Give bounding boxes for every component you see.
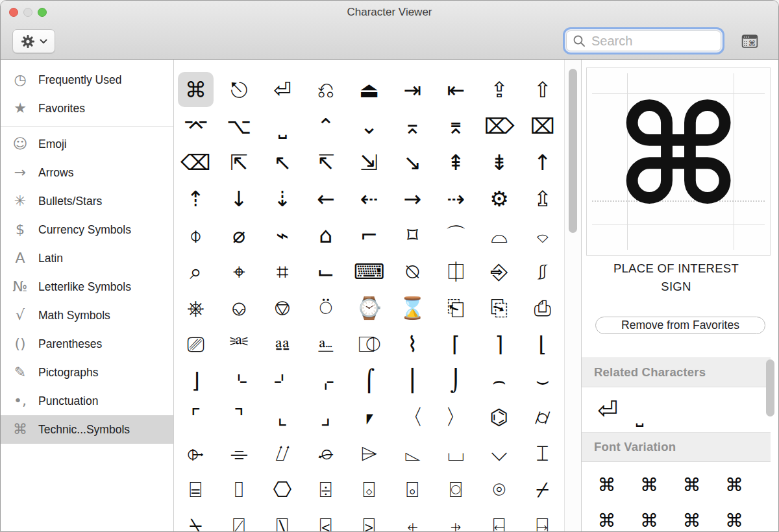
symbol-cell[interactable]: ⎖ <box>347 398 391 435</box>
symbol-cell[interactable]: ⇠ <box>347 180 391 217</box>
symbol-cell[interactable]: ⌚ <box>347 289 391 326</box>
remove-from-favorites-button[interactable]: Remove from Favorites <box>595 317 765 334</box>
symbol-cell[interactable]: ↖ <box>261 144 304 180</box>
symbol-cell[interactable]: ⌴ <box>434 435 478 471</box>
symbol-cell[interactable]: ↓ <box>217 180 261 217</box>
search-field[interactable] <box>566 30 721 51</box>
symbol-cell[interactable]: ⌬ <box>478 398 521 435</box>
symbol-cell[interactable]: ⎮ <box>391 362 434 398</box>
symbol-cell[interactable]: ⎁ <box>304 326 347 362</box>
sidebar-item[interactable]: ⌘ Technic...Symbols <box>1 415 173 444</box>
symbol-cell[interactable]: ⌭ <box>521 398 564 435</box>
symbol-cell[interactable]: ⎆ <box>478 253 521 289</box>
symbol-cell[interactable]: ⌗ <box>261 253 304 289</box>
symbol-cell[interactable]: ⌟ <box>304 398 347 435</box>
symbol-cell[interactable]: ⍆ <box>434 507 478 532</box>
symbol-cell[interactable]: ⌞ <box>261 398 304 435</box>
symbol-cell[interactable]: ⌣ <box>521 362 564 398</box>
symbol-cell[interactable]: ⌛ <box>391 289 434 326</box>
symbol-cell[interactable]: ⌊ <box>521 326 564 362</box>
font-variation-glyph[interactable]: ⌘ <box>586 503 628 532</box>
symbol-cell[interactable]: ⍄ <box>347 507 391 532</box>
symbol-cell[interactable]: ⌘ <box>174 71 217 108</box>
symbol-cell[interactable]: ⌙ <box>304 253 347 289</box>
symbol-cell[interactable]: ⌄ <box>347 108 391 144</box>
sidebar-item[interactable]: → Arrows <box>1 158 173 187</box>
symbol-cell[interactable]: ⎘ <box>478 289 521 326</box>
symbol-cell[interactable]: ⌾ <box>478 471 521 507</box>
symbol-cell[interactable]: ⌑ <box>391 217 434 253</box>
symbol-cell[interactable]: ⇫ <box>521 180 564 217</box>
symbol-cell[interactable]: 〉 <box>434 398 478 435</box>
symbol-cell[interactable]: ⌀ <box>217 217 261 253</box>
symbol-cell[interactable]: ⍉ <box>391 253 434 289</box>
symbol-cell[interactable]: ↸ <box>304 144 347 180</box>
font-variation-glyph[interactable]: ⌘ <box>628 467 671 503</box>
font-variation-glyph[interactable]: ⌘ <box>671 503 713 532</box>
symbol-cell[interactable]: ⌆ <box>434 108 478 144</box>
symbol-cell[interactable]: ⌡ <box>434 362 478 398</box>
switch-to-panel-button[interactable]: ⌘ <box>737 32 763 51</box>
symbol-cell[interactable]: ⌮ <box>304 435 347 471</box>
symbol-cell[interactable]: ⎊ <box>261 289 304 326</box>
symbol-cell[interactable]: ⌠ <box>347 362 391 398</box>
symbol-cell[interactable]: ⎄ <box>347 326 391 362</box>
symbol-cell[interactable]: ⇡ <box>174 180 217 217</box>
font-variation-glyph[interactable]: ⌘ <box>628 503 671 532</box>
symbol-cell[interactable]: ⍥ <box>304 289 347 326</box>
symbol-cell[interactable]: ⌢ <box>478 362 521 398</box>
symbol-cell[interactable]: ⌂ <box>304 217 347 253</box>
symbol-cell[interactable]: ⏏ <box>347 71 391 108</box>
symbol-cell[interactable]: ⎙ <box>521 289 564 326</box>
symbol-cell[interactable]: ⎅ <box>434 253 478 289</box>
symbol-cell[interactable]: ⍃ <box>304 507 347 532</box>
symbol-cell[interactable]: ⌹ <box>304 471 347 507</box>
symbol-cell[interactable]: ⍀ <box>174 507 217 532</box>
symbol-cell[interactable]: ⎈ <box>174 289 217 326</box>
font-variation-glyph[interactable]: ⌘ <box>586 467 628 503</box>
sidebar-item[interactable]: $ Currency Symbols <box>1 215 173 244</box>
symbol-cell[interactable]: ⌶ <box>521 435 564 471</box>
symbol-cell[interactable]: ⏎ <box>261 71 304 108</box>
symbol-cell[interactable]: ⎚ <box>174 326 217 362</box>
symbol-cell[interactable]: ⌖ <box>217 253 261 289</box>
symbol-cell[interactable]: ⎃ <box>217 326 261 362</box>
symbol-cell[interactable]: ⇪ <box>478 71 521 108</box>
symbol-cell[interactable]: ⇱ <box>217 144 261 180</box>
sidebar-item[interactable]: () Parentheses <box>1 330 173 358</box>
symbol-cell[interactable]: ⎎ <box>521 253 564 289</box>
symbol-cell[interactable]: → <box>391 180 434 217</box>
action-menu-button[interactable] <box>12 29 55 53</box>
symbol-cell[interactable]: ⌜ <box>174 398 217 435</box>
symbol-cell[interactable]: ⎔ <box>261 471 304 507</box>
symbol-cell[interactable]: ⇢ <box>434 180 478 217</box>
sidebar-item[interactable]: √ Math Symbols <box>1 301 173 330</box>
symbol-cell[interactable]: ↘ <box>391 144 434 180</box>
symbol-cell[interactable]: ⌻ <box>391 471 434 507</box>
symbol-cell[interactable]: ⌁ <box>261 217 304 253</box>
sidebar-item[interactable]: ☺ Emoji <box>1 130 173 158</box>
symbol-cell[interactable]: ⌈ <box>434 326 478 362</box>
symbol-cell[interactable]: ⌯ <box>217 435 261 471</box>
sidebar-item[interactable]: ✎ Pictographs <box>1 358 173 387</box>
symbol-cell[interactable]: ⌧ <box>521 108 564 144</box>
sidebar-item[interactable]: ✳ Bullets/Stars <box>1 187 173 215</box>
info-scrollbar-thumb[interactable] <box>766 359 774 417</box>
symbol-cell[interactable]: ⌱ <box>174 435 217 471</box>
symbol-cell[interactable]: ⌃ <box>304 108 347 144</box>
symbol-cell[interactable]: ⌒ <box>434 217 478 253</box>
sidebar-item[interactable]: ★ Favorites <box>1 94 173 123</box>
grid-scrollbar-thumb[interactable] <box>569 69 577 233</box>
symbol-cell[interactable]: ⌿ <box>521 471 564 507</box>
related-character[interactable]: ⏎ <box>597 398 618 422</box>
symbol-cell[interactable]: ⌽ <box>174 217 217 253</box>
symbol-cell[interactable]: ⇲ <box>347 144 391 180</box>
symbol-cell[interactable]: ⎌ <box>304 71 347 108</box>
symbol-cell[interactable]: ⌤ <box>174 108 217 144</box>
symbol-cell[interactable]: ⍅ <box>391 507 434 532</box>
sidebar-item[interactable]: A Latin <box>1 244 173 272</box>
font-variation-glyph[interactable]: ⌘ <box>713 503 756 532</box>
symbol-cell[interactable]: ⌳ <box>391 435 434 471</box>
symbol-cell[interactable]: ⎋ <box>217 71 261 108</box>
symbol-cell[interactable]: ⌨ <box>347 253 391 289</box>
